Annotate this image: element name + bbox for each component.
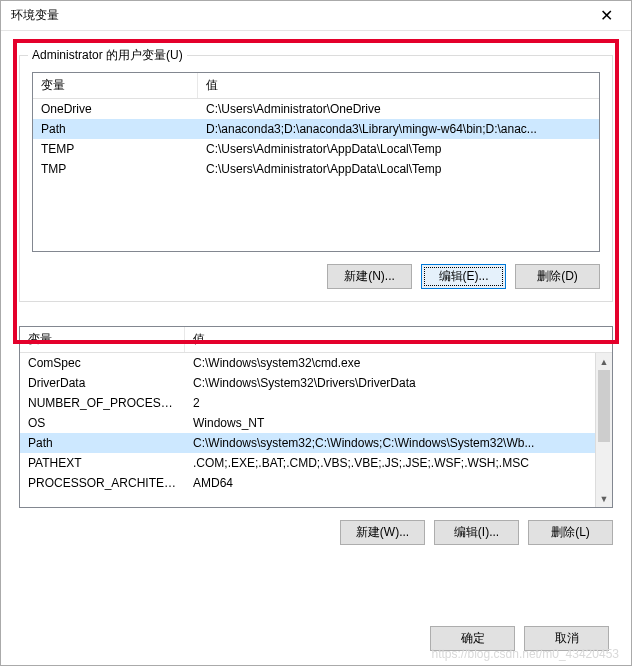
env-vars-dialog: 环境变量 ✕ Administrator 的用户变量(U) 变量 值 OneDr… [0, 0, 632, 666]
dialog-content: Administrator 的用户变量(U) 变量 值 OneDriveC:\U… [1, 31, 631, 665]
system-vars-scrollbar[interactable]: ▲ ▼ [595, 353, 612, 507]
scroll-down-icon[interactable]: ▼ [596, 490, 612, 507]
user-vars-table[interactable]: 变量 值 OneDriveC:\Users\Administrator\OneD… [32, 72, 600, 252]
cell-val: .COM;.EXE;.BAT;.CMD;.VBS;.VBE;.JS;.JSE;.… [185, 456, 612, 470]
table-row[interactable]: ComSpecC:\Windows\system32\cmd.exe [20, 353, 612, 373]
table-row[interactable]: DriverDataC:\Windows\System32\Drivers\Dr… [20, 373, 612, 393]
ok-button[interactable]: 确定 [430, 626, 515, 651]
user-vars-buttons: 新建(N)... 编辑(E)... 删除(D) [32, 264, 600, 289]
cell-val: C:\Windows\system32;C:\Windows;C:\Window… [185, 436, 612, 450]
system-vars-group: 变量 值 ComSpecC:\Windows\system32\cmd.exeD… [19, 316, 613, 545]
scroll-thumb[interactable] [598, 370, 610, 442]
cell-var: TEMP [33, 142, 198, 156]
cell-var: Path [33, 122, 198, 136]
user-new-button[interactable]: 新建(N)... [327, 264, 412, 289]
table-row[interactable]: PATHEXT.COM;.EXE;.BAT;.CMD;.VBS;.VBE;.JS… [20, 453, 612, 473]
col-header-val[interactable]: 值 [198, 73, 599, 98]
system-edit-button[interactable]: 编辑(I)... [434, 520, 519, 545]
table-row[interactable]: PROCESSOR_ARCHITECT...AMD64 [20, 473, 612, 493]
cell-var: TMP [33, 162, 198, 176]
user-vars-group: Administrator 的用户变量(U) 变量 值 OneDriveC:\U… [19, 55, 613, 302]
window-title: 环境变量 [11, 7, 585, 24]
titlebar: 环境变量 ✕ [1, 1, 631, 31]
scroll-up-icon[interactable]: ▲ [596, 353, 612, 370]
cell-val: Windows_NT [185, 416, 612, 430]
cell-var: PROCESSOR_ARCHITECT... [20, 476, 185, 490]
cell-val: 2 [185, 396, 612, 410]
table-row[interactable]: NUMBER_OF_PROCESSORS2 [20, 393, 612, 413]
close-icon[interactable]: ✕ [585, 2, 627, 30]
cell-var: OS [20, 416, 185, 430]
cell-val: C:\Users\Administrator\OneDrive [198, 102, 599, 116]
col-header-var[interactable]: 变量 [33, 73, 198, 98]
cell-var: Path [20, 436, 185, 450]
cell-val: C:\Users\Administrator\AppData\Local\Tem… [198, 142, 599, 156]
table-row[interactable]: TEMPC:\Users\Administrator\AppData\Local… [33, 139, 599, 159]
cell-val: C:\Users\Administrator\AppData\Local\Tem… [198, 162, 599, 176]
cell-val: D:\anaconda3;D:\anaconda3\Library\mingw-… [198, 122, 599, 136]
cell-var: OneDrive [33, 102, 198, 116]
system-vars-header: 变量 值 [20, 327, 612, 353]
col-header-var[interactable]: 变量 [20, 327, 185, 352]
system-vars-buttons: 新建(W)... 编辑(I)... 删除(L) [19, 520, 613, 545]
system-vars-table[interactable]: 变量 值 ComSpecC:\Windows\system32\cmd.exeD… [19, 326, 613, 508]
table-row[interactable]: TMPC:\Users\Administrator\AppData\Local\… [33, 159, 599, 179]
user-edit-button[interactable]: 编辑(E)... [421, 264, 506, 289]
user-delete-button[interactable]: 删除(D) [515, 264, 600, 289]
cell-var: ComSpec [20, 356, 185, 370]
cell-var: PATHEXT [20, 456, 185, 470]
cell-val: AMD64 [185, 476, 612, 490]
table-row[interactable]: OSWindows_NT [20, 413, 612, 433]
cell-val: C:\Windows\system32\cmd.exe [185, 356, 612, 370]
table-row[interactable]: OneDriveC:\Users\Administrator\OneDrive [33, 99, 599, 119]
scroll-track[interactable] [596, 370, 612, 490]
user-vars-label: Administrator 的用户变量(U) [28, 47, 187, 64]
col-header-val[interactable]: 值 [185, 327, 612, 352]
cell-val: C:\Windows\System32\Drivers\DriverData [185, 376, 612, 390]
table-row[interactable]: PathC:\Windows\system32;C:\Windows;C:\Wi… [20, 433, 612, 453]
system-delete-button[interactable]: 删除(L) [528, 520, 613, 545]
cell-var: NUMBER_OF_PROCESSORS [20, 396, 185, 410]
user-vars-header: 变量 值 [33, 73, 599, 99]
dialog-footer: 确定 取消 [19, 614, 613, 651]
system-new-button[interactable]: 新建(W)... [340, 520, 425, 545]
table-row[interactable]: PathD:\anaconda3;D:\anaconda3\Library\mi… [33, 119, 599, 139]
cell-var: DriverData [20, 376, 185, 390]
cancel-button[interactable]: 取消 [524, 626, 609, 651]
